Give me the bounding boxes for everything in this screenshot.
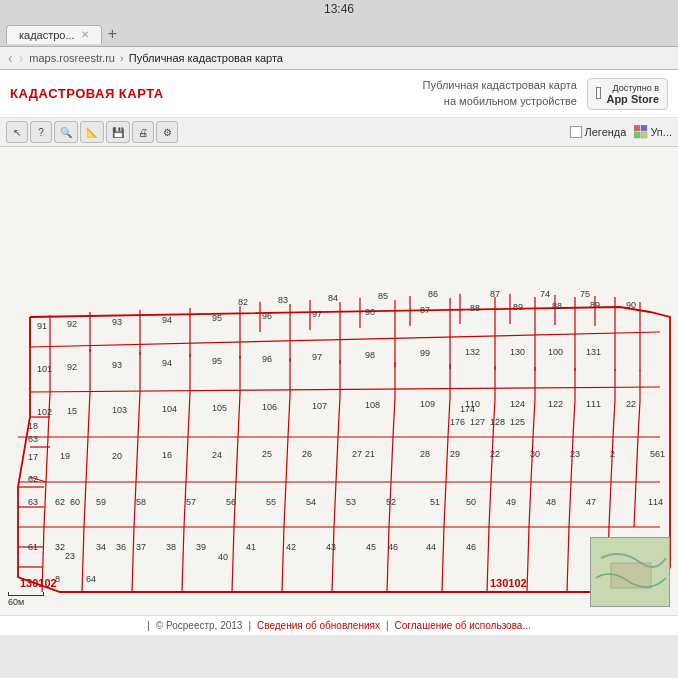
tab-close-icon[interactable]: ✕ [81, 29, 89, 40]
svg-text:57: 57 [186, 497, 196, 507]
svg-text:130102: 130102 [490, 577, 527, 589]
toolbar-tools: ↖ ? 🔍 📐 💾 🖨 ⚙ [6, 121, 178, 143]
forward-icon[interactable]: › [19, 50, 24, 66]
svg-text:93: 93 [112, 317, 122, 327]
svg-text:2: 2 [610, 449, 615, 459]
legend-checkbox[interactable] [570, 126, 582, 138]
footer-link-agreement[interactable]: Соглашение об использова... [395, 620, 531, 631]
cadastral-map[interactable]: 91 92 93 94 95 96 97 98 87 88 89 88 89 9… [0, 147, 678, 615]
svg-text:58: 58 [136, 497, 146, 507]
svg-text:62: 62 [55, 497, 65, 507]
svg-text:131: 131 [586, 347, 601, 357]
available-label: Доступно в [606, 83, 659, 93]
svg-text:82: 82 [238, 297, 248, 307]
svg-text:28: 28 [420, 449, 430, 459]
address-bar: ‹ › maps.rosreestr.ru › Публичная кадаст… [0, 47, 678, 70]
svg-text:47: 47 [586, 497, 596, 507]
svg-text:27: 27 [352, 449, 362, 459]
svg-text:90: 90 [626, 300, 636, 310]
svg-text:87: 87 [420, 305, 430, 315]
url-display[interactable]: maps.rosreestr.ru › Публичная кадастрова… [29, 52, 283, 64]
svg-text:42: 42 [286, 542, 296, 552]
footer-link-updates[interactable]: Сведения об обновлениях [257, 620, 380, 631]
svg-text:51: 51 [430, 497, 440, 507]
svg-text:93: 93 [112, 360, 122, 370]
appstore-text: Доступно в App Store [606, 83, 659, 105]
svg-text:60: 60 [70, 497, 80, 507]
layers-label: Уп... [650, 126, 672, 138]
svg-text:61: 61 [28, 542, 38, 552]
status-bar: 13:46 [0, 0, 678, 18]
footer: | © Росреестр, 2013 | Сведения об обновл… [0, 615, 678, 635]
settings-tool[interactable]: ⚙ [156, 121, 178, 143]
svg-text:176: 176 [450, 417, 465, 427]
legend-button[interactable]: Легенда [570, 126, 627, 138]
new-tab-button[interactable]: + [102, 23, 123, 45]
minimap[interactable] [590, 537, 670, 607]
scale-bar: 60м [8, 592, 44, 607]
svg-text:30: 30 [530, 449, 540, 459]
appstore-button[interactable]:  Доступно в App Store [587, 78, 668, 110]
svg-text:122: 122 [548, 399, 563, 409]
minimap-svg [591, 538, 670, 607]
save-tool[interactable]: 💾 [106, 121, 130, 143]
svg-text:111: 111 [586, 399, 601, 409]
apple-icon:  [596, 83, 603, 104]
mobile-promo: Публичная кадастровая карта на мобильном… [423, 78, 577, 109]
search-tool[interactable]: 🔍 [54, 121, 78, 143]
svg-text:45: 45 [366, 542, 376, 552]
svg-text:94: 94 [162, 358, 172, 368]
scale-label: 60м [8, 597, 24, 607]
back-icon[interactable]: ‹ [8, 50, 13, 66]
svg-text:36: 36 [116, 542, 126, 552]
map-container[interactable]: 91 92 93 94 95 96 97 98 87 88 89 88 89 9… [0, 147, 678, 615]
svg-text:130: 130 [510, 347, 525, 357]
svg-text:59: 59 [96, 497, 106, 507]
question-tool[interactable]: ? [30, 121, 52, 143]
tab-label: кадастро... [19, 29, 75, 41]
site-logo: КАДАСТРОВАЯ КАРТА [10, 86, 164, 101]
url-domain: maps.rosreestr.ru [29, 52, 115, 64]
time-display: 13:46 [324, 2, 354, 16]
svg-text:52: 52 [386, 497, 396, 507]
svg-text:64: 64 [86, 574, 96, 584]
breadcrumb-separator: › [120, 52, 127, 64]
svg-text:21: 21 [365, 449, 375, 459]
svg-text:97: 97 [312, 352, 322, 362]
svg-text:127: 127 [470, 417, 485, 427]
ruler-tool[interactable]: 📐 [80, 121, 104, 143]
active-tab[interactable]: кадастро... ✕ [6, 25, 102, 44]
scale-line [8, 592, 44, 596]
svg-text:23: 23 [570, 449, 580, 459]
svg-text:62: 62 [28, 474, 38, 484]
svg-text:124: 124 [510, 399, 525, 409]
site-header: КАДАСТРОВАЯ КАРТА Публичная кадастровая … [0, 70, 678, 118]
svg-text:43: 43 [326, 542, 336, 552]
header-right: Публичная кадастровая карта на мобильном… [423, 78, 668, 110]
svg-text:40: 40 [218, 552, 228, 562]
svg-text:26: 26 [302, 449, 312, 459]
svg-text:561: 561 [650, 449, 665, 459]
minimap-terrain [591, 538, 669, 606]
svg-text:29: 29 [450, 449, 460, 459]
svg-text:34: 34 [96, 542, 106, 552]
svg-text:22: 22 [490, 449, 500, 459]
svg-text:100: 100 [548, 347, 563, 357]
svg-text:130102: 130102 [20, 577, 57, 589]
svg-text:106: 106 [262, 402, 277, 412]
svg-text:91: 91 [37, 321, 47, 331]
svg-rect-221 [611, 563, 651, 588]
svg-text:92: 92 [67, 362, 77, 372]
svg-text:48: 48 [546, 497, 556, 507]
svg-text:95: 95 [212, 313, 222, 323]
toolbar: ↖ ? 🔍 📐 💾 🖨 ⚙ Легенда Уп... [0, 118, 678, 147]
layers-grid-icon[interactable]: Уп... [634, 125, 672, 139]
svg-text:99: 99 [420, 348, 430, 358]
browser-chrome: 13:46 кадастро... ✕ + [0, 0, 678, 47]
svg-text:49: 49 [506, 497, 516, 507]
pointer-tool[interactable]: ↖ [6, 121, 28, 143]
svg-text:86: 86 [428, 289, 438, 299]
footer-copyright: © Росреестр, 2013 [156, 620, 243, 631]
print-tool[interactable]: 🖨 [132, 121, 154, 143]
svg-text:128: 128 [490, 417, 505, 427]
